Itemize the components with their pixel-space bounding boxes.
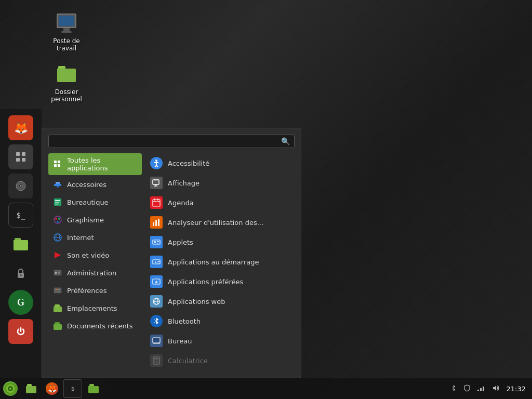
sidebar-icon-power[interactable] xyxy=(8,319,33,344)
taskbar: 🦊 $ xyxy=(0,378,532,399)
menu-content: Toutes les applications Accessoires xyxy=(48,153,295,371)
agenda-icon xyxy=(150,196,163,209)
app-bureau[interactable]: Bureau xyxy=(146,331,295,351)
category-graphisme[interactable]: Graphisme xyxy=(48,211,142,228)
svg-rect-54 xyxy=(154,241,156,243)
svg-rect-74 xyxy=(154,363,155,364)
app-web-label: Applications web xyxy=(168,298,225,305)
svg-marker-27 xyxy=(55,252,61,258)
app-analyseur-label: Analyseur d'utilisation des... xyxy=(168,219,263,227)
desktop-icon-home[interactable]: Dossier personnel xyxy=(46,61,87,103)
svg-point-6 xyxy=(20,185,22,187)
category-internet[interactable]: Internet xyxy=(48,229,142,246)
svg-rect-76 xyxy=(157,363,158,364)
category-preferences-label: Préférences xyxy=(67,287,107,295)
bureau-icon xyxy=(150,335,163,347)
app-accessibilite-label: Accessibilité xyxy=(168,159,209,167)
category-preferences[interactable]: Préférences xyxy=(48,282,142,299)
mint-menu-button[interactable] xyxy=(0,378,21,399)
desktop: Poste de travail Dossier personnel 🦊 xyxy=(0,0,532,399)
svg-rect-83 xyxy=(483,387,484,391)
app-preferees-label: Applications préférées xyxy=(168,278,243,286)
svg-marker-84 xyxy=(493,385,496,391)
taskbar-app-firefox[interactable]: 🦊 xyxy=(43,379,61,398)
app-applets-label: Applets xyxy=(168,238,193,246)
apps-panel: Accessibilité Affichage xyxy=(142,153,295,371)
emplacements-icon xyxy=(52,303,63,313)
svg-rect-57 xyxy=(153,260,160,264)
graphisme-icon xyxy=(52,215,63,225)
category-all[interactable]: Toutes les applications xyxy=(48,153,142,175)
app-accessibilite[interactable]: Accessibilité xyxy=(146,153,295,173)
computer-icon-label: Poste de travail xyxy=(46,37,87,52)
app-agenda[interactable]: Agenda xyxy=(146,193,295,212)
search-input[interactable] xyxy=(53,138,281,145)
taskbar-app-terminal[interactable]: $ xyxy=(63,379,82,398)
svg-rect-73 xyxy=(157,361,158,362)
category-emplacements[interactable]: Emplacements xyxy=(48,300,142,316)
app-web[interactable]: Applications web xyxy=(146,291,295,311)
svg-rect-10 xyxy=(58,161,60,163)
sidebar-icon-firefox[interactable]: 🦊 xyxy=(8,115,33,140)
category-documents-recents[interactable]: Documents récents xyxy=(48,317,142,334)
category-son-video[interactable]: Son et vidéo xyxy=(48,247,142,263)
app-applets[interactable]: Applets xyxy=(146,232,295,252)
sidebar-icon-terminal[interactable]: $_ xyxy=(8,203,33,228)
sidebar: 🦊 $_ xyxy=(0,109,42,378)
app-affichage[interactable]: Affichage xyxy=(146,173,295,193)
accessories-icon xyxy=(52,179,63,190)
search-bar: 🔍 xyxy=(48,135,295,148)
category-bureautique[interactable]: Bureautique xyxy=(48,194,142,210)
applets-icon xyxy=(150,236,163,248)
desktop-icon-computer[interactable]: Poste de travail xyxy=(46,10,87,52)
documents-recents-icon xyxy=(52,321,63,331)
taskbar-clock[interactable]: 21:32 xyxy=(504,385,528,393)
tray-network-icon[interactable] xyxy=(475,384,487,393)
sidebar-icon-files[interactable] xyxy=(8,232,33,257)
categories-panel: Toutes les applications Accessoires xyxy=(48,153,142,371)
sidebar-icon-lock[interactable] xyxy=(8,261,33,286)
app-demarrage-label: Applications au démarrage xyxy=(168,258,259,266)
category-bureautique-label: Bureautique xyxy=(67,198,109,206)
tray-bluetooth-icon[interactable] xyxy=(448,384,459,393)
computer-icon-image xyxy=(54,10,79,35)
affichage-icon xyxy=(150,177,163,189)
app-analyseur[interactable]: Analyseur d'utilisation des... xyxy=(146,212,295,232)
svg-rect-13 xyxy=(54,184,61,186)
preferees-icon xyxy=(150,275,163,288)
svg-rect-32 xyxy=(54,288,61,293)
app-bureau-label: Bureau xyxy=(168,337,192,345)
svg-rect-75 xyxy=(156,363,157,364)
app-calculatrice[interactable]: Calculatrice xyxy=(146,351,295,370)
category-documents-recents-label: Documents récents xyxy=(67,322,133,330)
category-administration[interactable]: Administration xyxy=(48,264,142,281)
taskbar-app-folder-green[interactable] xyxy=(22,379,41,398)
category-internet-label: Internet xyxy=(67,234,94,242)
category-all-label: Toutes les applications xyxy=(67,156,138,172)
app-menu: 🔍 Toutes les applications xyxy=(42,128,301,378)
tray-volume-icon[interactable] xyxy=(490,384,501,393)
svg-rect-67 xyxy=(153,338,159,342)
svg-point-36 xyxy=(58,291,59,292)
sidebar-icon-apps[interactable] xyxy=(8,144,33,169)
tray-shield-icon[interactable] xyxy=(462,384,472,393)
svg-rect-2 xyxy=(16,158,20,162)
svg-point-35 xyxy=(56,289,57,290)
app-bluetooth[interactable]: Bluetooth xyxy=(146,311,295,331)
app-demarrage[interactable]: Applications au démarrage xyxy=(146,252,295,272)
svg-point-80 xyxy=(9,388,11,390)
category-son-video-label: Son et vidéo xyxy=(67,251,109,259)
svg-rect-72 xyxy=(156,361,157,362)
sidebar-icon-grammarly[interactable]: G xyxy=(8,290,33,315)
category-accessories[interactable]: Accessoires xyxy=(48,176,142,193)
app-bluetooth-label: Bluetooth xyxy=(168,317,201,325)
app-agenda-label: Agenda xyxy=(168,199,194,207)
svg-rect-15 xyxy=(57,186,59,188)
bluetooth-icon xyxy=(150,315,163,327)
home-folder-icon-image xyxy=(54,61,79,86)
sidebar-icon-drive[interactable] xyxy=(8,174,33,198)
app-preferees[interactable]: Applications préférées xyxy=(146,272,295,291)
svg-rect-19 xyxy=(55,204,58,205)
web-icon xyxy=(150,295,163,308)
taskbar-app-folder2[interactable] xyxy=(84,379,103,398)
